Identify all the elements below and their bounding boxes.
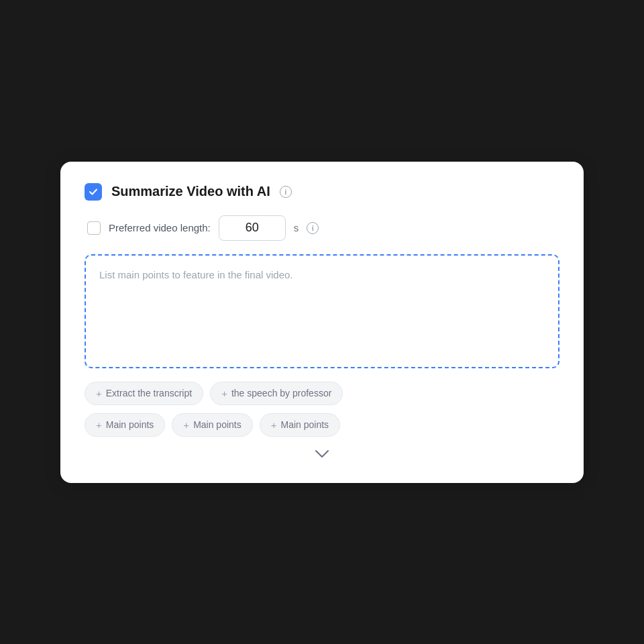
video-length-info-icon[interactable]: i	[307, 222, 319, 234]
suggestion-chip-5[interactable]: + Main points	[260, 413, 340, 437]
chip-3-label: Main points	[106, 419, 154, 430]
suggestions-row-2: + Main points + Main points + Main point…	[85, 413, 559, 437]
suggestions-row-1: + Extract the transcript + the speech by…	[85, 382, 559, 405]
suggestion-chip-2[interactable]: + the speech by professor	[210, 382, 343, 405]
video-length-checkbox[interactable]	[87, 221, 101, 235]
title-info-icon[interactable]: i	[280, 186, 292, 198]
textarea-placeholder: List main points to feature in the final…	[99, 269, 293, 280]
chip-4-plus-icon: +	[183, 419, 189, 431]
chip-5-label: Main points	[280, 419, 329, 430]
chip-5-plus-icon: +	[271, 419, 277, 431]
suggestion-chip-3[interactable]: + Main points	[85, 413, 165, 437]
summarize-checkbox[interactable]	[85, 183, 102, 201]
video-length-input[interactable]	[219, 215, 286, 241]
header-row: Summarize Video with AI i	[85, 183, 559, 201]
chevron-row	[85, 445, 559, 464]
expand-chevron-icon[interactable]	[307, 445, 337, 464]
suggestion-chip-1[interactable]: + Extract the transcript	[85, 382, 203, 405]
suggestion-chip-4[interactable]: + Main points	[172, 413, 252, 437]
video-length-unit: s	[294, 222, 299, 233]
chip-1-plus-icon: +	[96, 388, 102, 399]
chip-3-plus-icon: +	[96, 419, 102, 431]
main-card: Summarize Video with AI i Preferred vide…	[60, 162, 584, 483]
chip-4-label: Main points	[193, 419, 241, 430]
chip-1-label: Extract the transcript	[106, 388, 192, 398]
card-title: Summarize Video with AI	[111, 184, 270, 199]
chip-2-plus-icon: +	[221, 388, 227, 399]
main-points-textarea-wrapper[interactable]: List main points to feature in the final…	[85, 254, 559, 368]
video-length-row: Preferred video length: s i	[85, 215, 559, 241]
video-length-label: Preferred video length:	[109, 222, 211, 233]
chip-2-label: the speech by professor	[231, 388, 331, 398]
